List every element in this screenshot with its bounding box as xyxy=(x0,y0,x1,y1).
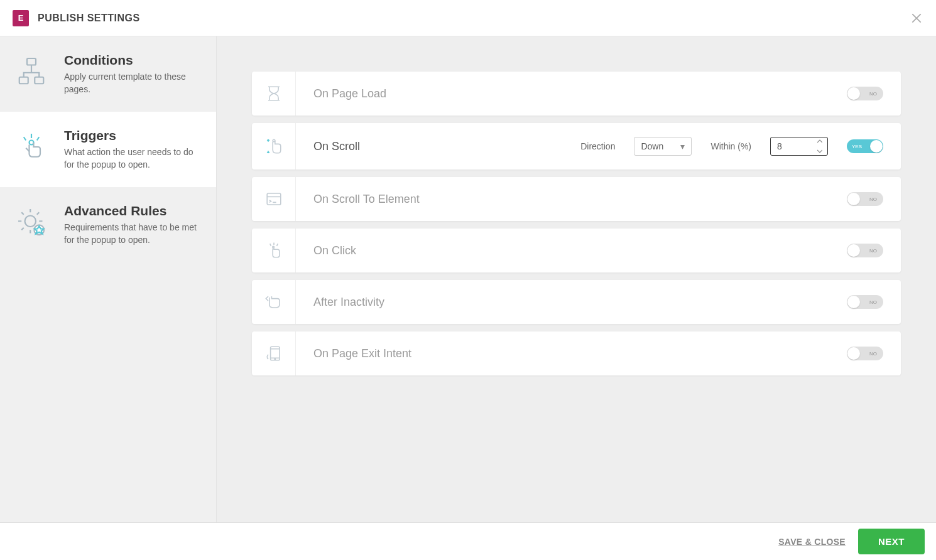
trigger-row-page-load: On Page Load NO xyxy=(252,72,901,116)
triggers-icon xyxy=(13,128,50,166)
sidebar-item-desc: What action the user needs to do for the… xyxy=(64,146,204,171)
direction-label: Direction xyxy=(580,141,615,151)
sidebar-item-title: Conditions xyxy=(64,53,204,68)
trigger-label: On Page Exit Intent xyxy=(313,347,411,360)
toggle-knob xyxy=(847,87,860,100)
direction-select[interactable]: Down ▾ xyxy=(634,137,692,156)
svg-rect-1 xyxy=(19,77,28,84)
svg-point-6 xyxy=(273,139,275,142)
next-button[interactable]: NEXT xyxy=(858,529,925,554)
toggle-knob xyxy=(870,140,883,153)
svg-rect-0 xyxy=(27,58,36,65)
trigger-label: On Page Load xyxy=(313,87,386,100)
sidebar-item-title: Triggers xyxy=(64,128,204,143)
trigger-label: On Click xyxy=(313,244,356,257)
trigger-label: After Inactivity xyxy=(313,296,384,309)
toggle-knob xyxy=(847,244,860,257)
trigger-row-scroll-to-element: On Scroll To Element NO xyxy=(252,177,901,221)
chevron-down-icon: ▾ xyxy=(680,141,685,151)
main: Conditions Apply current template to the… xyxy=(0,36,936,522)
direction-value: Down xyxy=(641,141,663,151)
sidebar-item-title: Advanced Rules xyxy=(64,203,204,218)
toggle-page-load[interactable]: NO xyxy=(847,87,883,100)
sidebar-item-desc: Requirements that have to be met for the… xyxy=(64,222,204,246)
within-input-wrap[interactable] xyxy=(770,137,828,156)
trigger-row-inactivity: After Inactivity NO xyxy=(252,280,901,324)
terminal-icon xyxy=(252,177,296,221)
number-spinner[interactable] xyxy=(817,139,825,154)
toggle-inactivity[interactable]: NO xyxy=(847,295,883,309)
toggle-knob xyxy=(847,193,860,205)
toggle-knob xyxy=(847,296,860,308)
hourglass-icon xyxy=(252,72,296,116)
sidebar-item-advanced-rules[interactable]: Advanced Rules Requirements that have to… xyxy=(0,187,216,262)
toggle-exit-intent[interactable]: NO xyxy=(847,347,883,360)
trigger-row-exit-intent: On Page Exit Intent NO xyxy=(252,331,901,375)
triggers-content: On Page Load NO On Scroll xyxy=(217,36,936,522)
svg-rect-2 xyxy=(35,77,43,84)
sidebar-item-conditions[interactable]: Conditions Apply current template to the… xyxy=(0,36,216,112)
trigger-row-click: On Click NO xyxy=(252,229,901,272)
toggle-text: NO xyxy=(869,299,877,305)
within-label: Within (%) xyxy=(710,141,751,151)
sidebar-item-triggers[interactable]: Triggers What action the user needs to d… xyxy=(0,112,216,187)
footer: SAVE & CLOSE NEXT xyxy=(0,522,936,560)
toggle-text: NO xyxy=(869,197,877,202)
exit-intent-icon xyxy=(252,331,296,375)
click-icon xyxy=(252,229,296,272)
trigger-label: On Scroll xyxy=(313,140,360,153)
save-close-button[interactable]: SAVE & CLOSE xyxy=(778,537,846,547)
inactivity-icon xyxy=(252,280,296,324)
toggle-knob xyxy=(847,347,860,360)
svg-point-4 xyxy=(25,216,36,227)
app-logo: E xyxy=(13,10,29,26)
toggle-text: NO xyxy=(869,91,877,97)
svg-point-8 xyxy=(272,246,274,248)
trigger-row-scroll: On Scroll Direction Down ▾ Within (%) xyxy=(252,123,901,170)
trigger-label: On Scroll To Element xyxy=(313,193,420,206)
toggle-text: NO xyxy=(869,248,877,254)
sidebar: Conditions Apply current template to the… xyxy=(0,36,217,522)
toggle-scroll-to-element[interactable]: NO xyxy=(847,192,883,206)
conditions-icon xyxy=(13,53,50,90)
toggle-click[interactable]: NO xyxy=(847,244,883,257)
svg-rect-7 xyxy=(267,193,281,205)
within-input[interactable] xyxy=(777,141,815,151)
toggle-scroll[interactable]: YES xyxy=(847,139,883,153)
toggle-text: YES xyxy=(852,144,862,149)
scroll-icon xyxy=(252,123,296,170)
page-title: PUBLISH SETTINGS xyxy=(38,13,140,24)
sidebar-item-desc: Apply current template to these pages. xyxy=(64,71,204,95)
close-button[interactable] xyxy=(910,11,923,25)
svg-point-10 xyxy=(275,358,275,359)
toggle-text: NO xyxy=(869,351,877,357)
close-icon xyxy=(910,12,923,24)
header: E PUBLISH SETTINGS xyxy=(0,0,936,36)
advanced-rules-icon xyxy=(13,203,50,241)
